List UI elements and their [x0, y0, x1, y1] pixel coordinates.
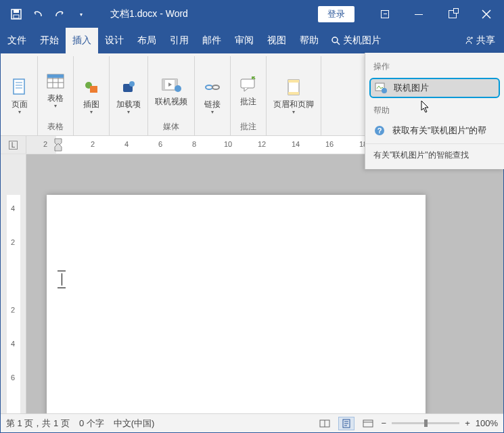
ruler-tick: 4: [10, 340, 14, 348]
svg-rect-13: [162, 79, 165, 90]
save-button[interactable]: [7, 5, 25, 23]
svg-point-23: [382, 88, 387, 93]
titlebar: ▾ 文档1.docx - Word 登录: [1, 1, 503, 28]
chevron-down-icon: ▾: [292, 109, 295, 115]
ribbon-display-button[interactable]: [368, 1, 402, 28]
ruler-tick: 2: [10, 306, 14, 314]
quick-access-toolbar: ▾: [1, 5, 90, 23]
login-button[interactable]: 登录: [318, 6, 354, 22]
chevron-down-icon: ▾: [18, 109, 21, 115]
links-label: 链接: [204, 99, 221, 109]
ruler-tick: 4: [10, 204, 14, 212]
result-get-help[interactable]: ? 获取有关"联机图片"的帮: [365, 120, 504, 141]
view-web-layout[interactable]: [360, 417, 376, 430]
document-title: 文档1.docx - Word: [110, 8, 188, 20]
tab-help[interactable]: 帮助: [293, 28, 325, 53]
tell-me-results-panel: 操作 联机图片 帮助 ? 获取有关"联机图片"的帮 有关"联机图片"的智能查找: [365, 53, 504, 169]
panel-footer[interactable]: 有关"联机图片"的智能查找: [365, 143, 504, 164]
zoom-out-button[interactable]: −: [382, 418, 387, 428]
tab-home[interactable]: 开始: [33, 28, 66, 53]
svg-rect-28: [363, 420, 373, 427]
group-illustrations: 插图 ▾: [74, 56, 110, 135]
tab-design[interactable]: 设计: [98, 28, 131, 53]
illustrations-button[interactable]: 插图 ▾: [76, 58, 106, 131]
tab-insert[interactable]: 插入: [66, 28, 98, 53]
result-label: 联机图片: [394, 82, 429, 94]
tab-selector[interactable]: L: [1, 136, 26, 154]
zoom-slider[interactable]: [392, 422, 459, 424]
comment-label: 批注: [240, 97, 256, 106]
svg-rect-2: [14, 15, 19, 18]
group-label: [5, 131, 35, 135]
table-label: 表格: [47, 93, 64, 103]
minimize-icon: [415, 14, 423, 15]
group-addins: 加载项 ▾: [110, 56, 148, 135]
links-button[interactable]: 链接 ▾: [198, 58, 227, 131]
svg-rect-1: [14, 9, 19, 13]
zoom-percent[interactable]: 100%: [476, 418, 498, 428]
group-label: 批注: [233, 119, 263, 135]
view-print-layout[interactable]: [338, 417, 354, 430]
tab-review[interactable]: 审阅: [228, 28, 260, 53]
hf-label: 页眉和页脚: [273, 99, 314, 109]
svg-point-16: [206, 85, 212, 89]
result-online-pictures[interactable]: 联机图片: [369, 78, 500, 98]
tab-file[interactable]: 文件: [1, 28, 33, 53]
vertical-ruler[interactable]: 4 2 2 4 6: [7, 195, 20, 413]
pages-button[interactable]: 页面 ▾: [5, 58, 35, 131]
addin-icon: [118, 76, 139, 98]
table-button[interactable]: 表格 ▾: [41, 58, 70, 119]
svg-point-15: [175, 85, 181, 92]
share-icon: [464, 36, 474, 45]
text-cursor: [62, 273, 62, 286]
group-header-footer: 页眉和页脚 ▾: [267, 56, 321, 135]
minimize-button[interactable]: [402, 1, 436, 28]
page-viewport[interactable]: [26, 154, 503, 413]
tell-me-search[interactable]: 关机图片: [325, 28, 386, 53]
tab-view[interactable]: 视图: [260, 28, 293, 53]
document-page[interactable]: [47, 195, 426, 413]
ribbon-tabs: 文件 开始 插入 设计 布局 引用 邮件 审阅 视图 帮助 关机图片 共享: [1, 28, 503, 53]
svg-rect-21: [288, 92, 299, 95]
statusbar: 第 1 页，共 1 页 0 个字 中文(中国) − + 100%: [1, 413, 503, 432]
redo-button[interactable]: [51, 5, 68, 23]
shapes-icon: [81, 76, 102, 98]
svg-rect-7: [47, 74, 64, 78]
close-button[interactable]: [469, 1, 503, 28]
chevron-down-icon: ▾: [211, 109, 214, 115]
online-video-button[interactable]: 联机视频: [151, 58, 191, 119]
group-media: 联机视频 媒体: [148, 56, 195, 135]
ruler-tick: 10: [224, 140, 232, 148]
header-footer-button[interactable]: 页眉和页脚 ▾: [269, 58, 318, 131]
panel-section-help: 帮助: [365, 102, 504, 120]
qat-customize-button[interactable]: ▾: [72, 5, 90, 23]
svg-point-17: [212, 85, 219, 89]
ruler-tick: 14: [292, 140, 300, 148]
indent-marker-icon[interactable]: [53, 137, 63, 152]
svg-point-11: [129, 81, 135, 87]
tab-layout[interactable]: 布局: [131, 28, 163, 53]
share-button[interactable]: 共享: [456, 28, 503, 53]
status-word-count[interactable]: 0 个字: [79, 417, 104, 430]
zoom-in-button[interactable]: +: [465, 418, 470, 428]
maximize-button[interactable]: [436, 1, 469, 28]
view-read-mode[interactable]: [317, 417, 333, 430]
read-mode-icon: [319, 419, 330, 428]
ruler-tick: 2: [43, 140, 47, 148]
addins-button[interactable]: 加载项 ▾: [112, 58, 145, 131]
status-language[interactable]: 中文(中国): [114, 417, 155, 430]
undo-button[interactable]: [29, 5, 47, 23]
svg-text:?: ?: [377, 127, 382, 135]
status-page[interactable]: 第 1 页，共 1 页: [6, 417, 70, 430]
group-label: 表格: [41, 119, 70, 135]
ruler-left-margin: [26, 136, 56, 154]
comment-button[interactable]: 批注: [233, 58, 263, 119]
zoom-slider-thumb[interactable]: [424, 419, 428, 427]
tab-mailings[interactable]: 邮件: [196, 28, 228, 53]
header-footer-icon: [283, 76, 304, 98]
tab-references[interactable]: 引用: [163, 28, 196, 53]
maximize-icon: [449, 10, 457, 18]
web-layout-icon: [363, 419, 373, 428]
help-icon: ?: [373, 124, 386, 137]
vertical-ruler-wrap: 4 2 2 4 6: [1, 154, 26, 413]
